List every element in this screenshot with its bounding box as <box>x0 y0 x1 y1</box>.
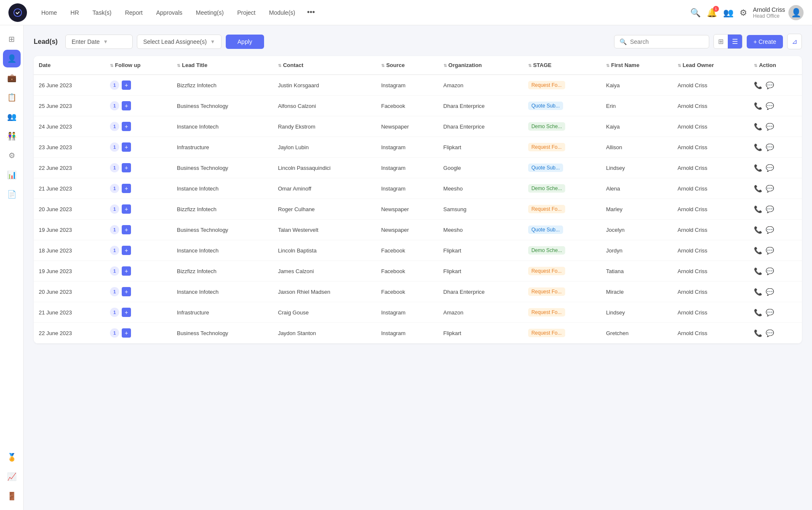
whatsapp-icon[interactable]: 💬 <box>766 226 774 234</box>
filter-button[interactable]: ⊿ <box>787 34 802 49</box>
call-icon[interactable]: 📞 <box>754 123 762 131</box>
nav-project[interactable]: Project <box>231 6 262 19</box>
call-icon[interactable]: 📞 <box>754 267 762 275</box>
call-icon[interactable]: 📞 <box>754 309 762 317</box>
call-icon[interactable]: 📞 <box>754 102 762 110</box>
call-icon[interactable]: 📞 <box>754 247 762 255</box>
sidebar-item-team[interactable]: 👥 <box>3 108 21 126</box>
search-box[interactable]: 🔍 <box>614 35 709 48</box>
table-row: 24 June 2023 1 + Instance Infotech Randy… <box>34 116 802 137</box>
sidebar-item-reports[interactable]: 📋 <box>3 89 21 106</box>
sidebar-item-deals[interactable]: 💼 <box>3 69 21 87</box>
follow-add-button[interactable]: + <box>122 266 131 276</box>
whatsapp-icon[interactable]: 💬 <box>766 309 774 317</box>
call-icon[interactable]: 📞 <box>754 329 762 337</box>
nav-home[interactable]: Home <box>35 6 63 19</box>
cell-action: 📞 💬 <box>749 199 802 220</box>
follow-add-button[interactable]: + <box>122 122 131 131</box>
nav-more[interactable]: ••• <box>303 5 319 20</box>
create-button[interactable]: + Create <box>747 35 783 48</box>
user-profile[interactable]: Arnold Criss Head Office 👤 <box>753 5 804 20</box>
sidebar-item-performance[interactable]: 📈 <box>3 468 21 486</box>
assignee-filter[interactable]: Select Lead Assignee(s) ▼ <box>137 35 222 49</box>
cell-source: Facebook <box>376 240 438 261</box>
call-icon[interactable]: 📞 <box>754 226 762 234</box>
notification-icon[interactable]: 🔔 1 <box>707 8 717 18</box>
follow-add-button[interactable]: + <box>122 184 131 193</box>
cell-followup: 1 + <box>105 199 172 220</box>
whatsapp-icon[interactable]: 💬 <box>766 247 774 255</box>
sidebar-item-analytics[interactable]: 📊 <box>3 166 21 184</box>
cell-action: 📞 💬 <box>749 240 802 261</box>
cell-source: Facebook <box>376 96 438 116</box>
whatsapp-icon[interactable]: 💬 <box>766 164 774 172</box>
follow-add-button[interactable]: + <box>122 101 131 110</box>
follow-add-button[interactable]: + <box>122 287 131 296</box>
cell-leadowner: Arnold Criss <box>673 137 749 158</box>
call-icon[interactable]: 📞 <box>754 288 762 296</box>
follow-add-button[interactable]: + <box>122 328 131 338</box>
call-icon[interactable]: 📞 <box>754 205 762 213</box>
whatsapp-icon[interactable]: 💬 <box>766 267 774 275</box>
nav-tasks[interactable]: Task(s) <box>87 6 118 19</box>
apply-button[interactable]: Apply <box>226 35 264 49</box>
sidebar-item-contacts[interactable]: 👤 <box>3 50 21 67</box>
cell-date: 19 June 2023 <box>34 220 105 240</box>
users-icon[interactable]: 👥 <box>723 8 734 18</box>
cell-followup: 1 + <box>105 96 172 116</box>
whatsapp-icon[interactable]: 💬 <box>766 102 774 110</box>
table-row: 23 June 2023 1 + Infrastructure Jaylon L… <box>34 137 802 158</box>
cell-source: Instagram <box>376 302 438 323</box>
call-icon[interactable]: 📞 <box>754 143 762 151</box>
sidebar-item-settings[interactable]: ⚙ <box>3 147 21 164</box>
list-view-button[interactable]: ☰ <box>728 35 742 48</box>
whatsapp-icon[interactable]: 💬 <box>766 143 774 151</box>
call-icon[interactable]: 📞 <box>754 164 762 172</box>
grid-view-button[interactable]: ⊞ <box>714 35 728 48</box>
sidebar-item-logout[interactable]: 🚪 <box>3 487 21 505</box>
follow-add-button[interactable]: + <box>122 308 131 317</box>
call-icon[interactable]: 📞 <box>754 185 762 193</box>
sidebar-item-dashboard[interactable]: ⊞ <box>3 30 21 48</box>
cell-organization: Flipkart <box>438 323 523 344</box>
nav-report[interactable]: Report <box>119 6 149 19</box>
whatsapp-icon[interactable]: 💬 <box>766 329 774 337</box>
follow-badge: 1 <box>110 101 119 110</box>
follow-add-button[interactable]: + <box>122 246 131 255</box>
settings-icon[interactable]: ⚙ <box>740 8 747 18</box>
cell-leadtitle: Business Technology <box>172 220 273 240</box>
whatsapp-icon[interactable]: 💬 <box>766 81 774 89</box>
whatsapp-icon[interactable]: 💬 <box>766 185 774 193</box>
nav-hr[interactable]: HR <box>64 6 85 19</box>
cell-stage: Request Fo... <box>523 323 601 344</box>
date-filter[interactable]: Enter Date ▼ <box>65 35 133 49</box>
search-icon[interactable]: 🔍 <box>690 8 701 18</box>
cell-leadowner: Arnold Criss <box>673 240 749 261</box>
call-icon[interactable]: 📞 <box>754 81 762 89</box>
cell-leadtitle: Bizzfizz Infotech <box>172 199 273 220</box>
notification-badge: 1 <box>713 6 719 12</box>
app-logo[interactable] <box>8 3 27 22</box>
cell-organization: Samsung <box>438 199 523 220</box>
follow-add-button[interactable]: + <box>122 204 131 214</box>
whatsapp-icon[interactable]: 💬 <box>766 288 774 296</box>
sidebar-item-documents[interactable]: 📄 <box>3 185 21 203</box>
follow-add-button[interactable]: + <box>122 225 131 234</box>
sidebar-item-awards[interactable]: 🏅 <box>3 448 21 466</box>
search-input[interactable] <box>630 38 704 45</box>
date-placeholder: Enter Date <box>72 38 100 45</box>
leads-toolbar: Lead(s) Enter Date ▼ Select Lead Assigne… <box>34 34 802 49</box>
nav-approvals[interactable]: Approvals <box>150 6 188 19</box>
cell-leadowner: Arnold Criss <box>673 75 749 96</box>
follow-add-button[interactable]: + <box>122 163 131 172</box>
nav-modules[interactable]: Module(s) <box>263 6 301 19</box>
cell-firstname: Kaiya <box>601 116 673 137</box>
whatsapp-icon[interactable]: 💬 <box>766 205 774 213</box>
follow-badge: 1 <box>110 287 119 296</box>
follow-add-button[interactable]: + <box>122 142 131 152</box>
sidebar-item-clients[interactable]: 👫 <box>3 127 21 145</box>
whatsapp-icon[interactable]: 💬 <box>766 123 774 131</box>
cell-organization: Google <box>438 158 523 178</box>
follow-add-button[interactable]: + <box>122 81 131 90</box>
nav-meetings[interactable]: Meeting(s) <box>190 6 230 19</box>
